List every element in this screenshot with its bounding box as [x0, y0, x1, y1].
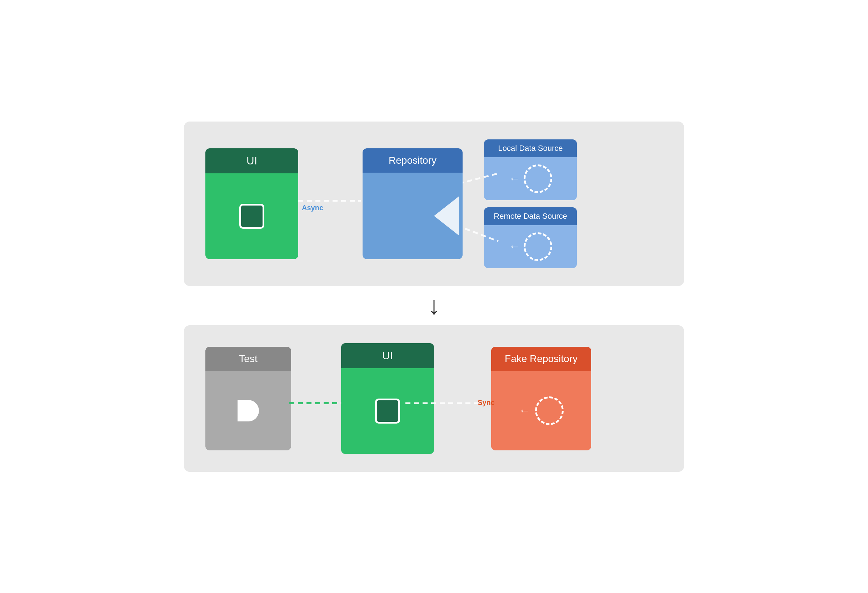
repo-block: Repository	[363, 148, 463, 259]
remote-data-source-header: Remote Data Source	[484, 207, 577, 225]
local-source-circle	[524, 164, 552, 193]
ui-icon-top	[239, 204, 264, 229]
local-data-source-body: ←	[484, 157, 577, 200]
right-sources: Local Data Source ← Remote Data Source ←	[484, 139, 577, 268]
main-diagram-container: UI Async Repository Local Data Source ←	[184, 121, 684, 472]
plug-icon	[238, 400, 259, 421]
ui-block-bottom: UI	[341, 343, 434, 454]
fake-repo-block: Fake Repository ←	[491, 347, 591, 450]
ui-block-bottom-body	[341, 368, 434, 454]
local-data-source-header: Local Data Source	[484, 139, 577, 157]
test-block-header: Test	[205, 347, 291, 371]
async-label: Async	[302, 204, 323, 212]
ui-block-top: UI	[205, 148, 298, 259]
triangle-arrow-icon	[434, 196, 459, 235]
ui-block-top-body	[205, 173, 298, 259]
remote-data-source-block: Remote Data Source ←	[484, 207, 577, 268]
test-block-body	[205, 371, 291, 450]
fake-repo-circle	[535, 396, 564, 425]
down-arrow: ↓	[428, 293, 440, 318]
sync-label: Sync	[478, 399, 495, 407]
test-block: Test	[205, 347, 291, 450]
remote-source-circle	[524, 232, 552, 261]
bottom-diagram: Test UI Sync Fake Repository ←	[184, 325, 684, 472]
ui-block-top-header: UI	[205, 148, 298, 173]
repo-block-header: Repository	[363, 148, 463, 173]
fake-repo-body: ←	[491, 371, 591, 450]
repo-block-body	[363, 173, 463, 259]
local-data-source-block: Local Data Source ←	[484, 139, 577, 200]
ui-icon-bottom	[375, 399, 400, 424]
ui-block-bottom-header: UI	[341, 343, 434, 368]
remote-source-arrow-icon: ←	[509, 240, 520, 253]
top-diagram: UI Async Repository Local Data Source ←	[184, 121, 684, 286]
fake-repo-header: Fake Repository	[491, 347, 591, 371]
fake-repo-arrow-icon: ←	[519, 404, 530, 417]
remote-data-source-body: ←	[484, 225, 577, 268]
local-source-arrow-icon: ←	[509, 172, 520, 185]
